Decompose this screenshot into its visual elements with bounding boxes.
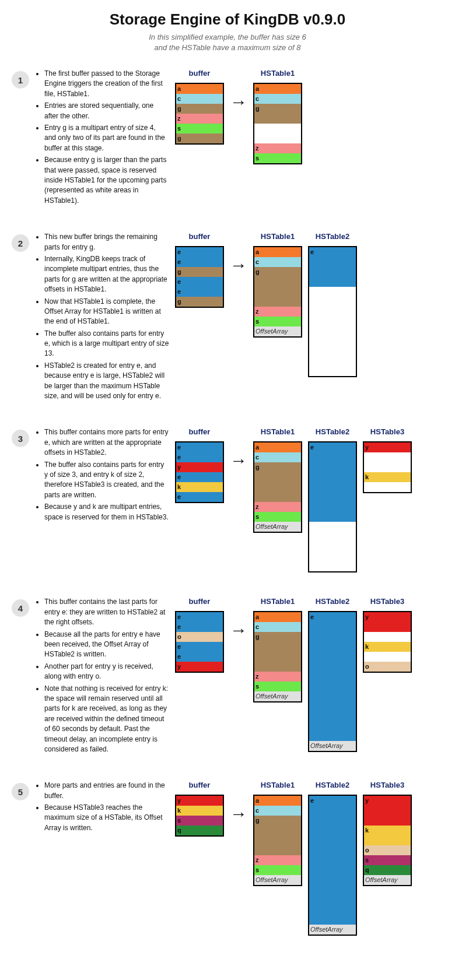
table-row xyxy=(309,845,356,855)
table-row: q xyxy=(176,826,223,835)
table-row xyxy=(309,865,356,875)
step-text: More parts and entries are found in the … xyxy=(35,781,169,835)
table-row: g xyxy=(254,816,301,826)
table-row xyxy=(309,297,356,307)
buffer-label: buffer xyxy=(189,597,211,606)
step-text: This new buffer brings the remaining par… xyxy=(35,232,169,403)
table-row: OffsetArray xyxy=(364,875,411,885)
table-row: g xyxy=(254,632,301,642)
table-row: z xyxy=(254,855,301,865)
table-row xyxy=(309,855,356,865)
table-row xyxy=(309,662,356,672)
bullet: This buffer contains more parts for entr… xyxy=(44,427,169,458)
table-row xyxy=(254,835,301,845)
hstable3-label: HSTable3 xyxy=(370,597,404,606)
table-row xyxy=(309,731,356,741)
table-row: e xyxy=(176,442,223,452)
table-row xyxy=(309,522,356,532)
buffer-column: bufferacgzsg xyxy=(175,69,224,145)
hstable1-label: HSTable1 xyxy=(261,781,295,790)
hstable2-label: HSTable2 xyxy=(316,232,349,241)
bullet: Note that nothing is received for entry … xyxy=(44,684,169,755)
table-row xyxy=(309,721,356,731)
table-row: g xyxy=(176,297,223,307)
hstable2-label: HSTable2 xyxy=(316,427,349,437)
table-row: k xyxy=(364,472,411,482)
table-row: s xyxy=(254,317,301,326)
diagram: buffereeyeke→HSTable1acgzsOffsetArrayHST… xyxy=(175,427,412,572)
bullet: The buffer also contains parts for entry… xyxy=(44,329,169,359)
table-row xyxy=(309,652,356,662)
table-row xyxy=(309,277,356,287)
table-row: a xyxy=(254,796,301,806)
bullet: Now that HSTable1 is complete, the Offse… xyxy=(44,297,169,327)
table-row: OffsetArray xyxy=(309,925,356,935)
table-row: e xyxy=(176,472,223,482)
table-row: a xyxy=(254,612,301,622)
step-text: This buffer contains more parts for entr… xyxy=(35,427,169,524)
table-row: g xyxy=(254,104,301,114)
table-row xyxy=(254,492,301,502)
hstable1-table: acgzsOffsetArray xyxy=(253,246,302,338)
table-row xyxy=(254,662,301,672)
table-row: z xyxy=(254,143,301,153)
diagram: bufferacgzsg→HSTable1acgzs xyxy=(175,69,302,164)
table-row: e xyxy=(309,612,356,622)
table-row: q xyxy=(364,865,411,875)
table-row: s xyxy=(176,124,223,134)
buffer-column: buffereeyeke xyxy=(175,427,224,503)
buffer-table: yksq xyxy=(175,795,224,837)
table-row: c xyxy=(176,94,223,104)
table-row: o xyxy=(176,632,223,642)
buffer-table: acgzsg xyxy=(175,83,224,145)
table-row xyxy=(309,326,356,336)
hstable2-table: eOffsetArray xyxy=(308,795,357,936)
table-row xyxy=(309,682,356,691)
subtitle-line2: and the HSTable have a maximum size of 8 xyxy=(155,43,301,52)
table-row xyxy=(309,257,356,267)
buffer-label: buffer xyxy=(189,427,211,437)
hstable1-label: HSTable1 xyxy=(261,232,295,241)
table-row xyxy=(309,552,356,561)
subtitle-line1: In this simplified example, the buffer h… xyxy=(149,33,306,41)
table-row xyxy=(364,632,411,642)
table-row xyxy=(309,532,356,542)
table-row xyxy=(309,835,356,845)
table-row xyxy=(254,482,301,492)
buffer-label: buffer xyxy=(189,781,211,790)
hstable1-table: acgzsOffsetArray xyxy=(253,795,302,886)
table-row: e xyxy=(176,492,223,502)
table-row: k xyxy=(176,806,223,816)
table-row: c xyxy=(254,806,301,816)
table-row: e xyxy=(176,622,223,632)
arrow-icon: → xyxy=(230,93,247,111)
arrow-icon: → xyxy=(230,621,247,639)
table-row: y xyxy=(176,462,223,472)
table-row xyxy=(309,905,356,915)
hstable2-column: HSTable2eOffsetArray xyxy=(308,781,357,936)
table-row xyxy=(254,652,301,662)
table-row xyxy=(309,701,356,711)
hstable2-table: e xyxy=(308,246,357,377)
table-row: c xyxy=(254,257,301,267)
bullet: Another part for entry y is received, al… xyxy=(44,662,169,682)
table-row: a xyxy=(254,84,301,94)
hstable1-label: HSTable1 xyxy=(261,69,295,78)
bullet: Because HSTable3 reaches the maximum siz… xyxy=(44,803,169,833)
table-row xyxy=(254,297,301,307)
hstable3-column: HSTable3yko xyxy=(363,597,412,673)
diagram: bufferyksq→HSTable1acgzsOffsetArrayHSTab… xyxy=(175,781,412,936)
hstable3-table: yk xyxy=(363,441,412,493)
table-row: y xyxy=(364,612,411,622)
bullet: The buffer also contains parts for entry… xyxy=(44,460,169,501)
table-row: s xyxy=(254,153,301,163)
hstable1-column: HSTable1acgzs xyxy=(253,69,302,164)
step-5: 5More parts and entries are found in the… xyxy=(12,781,443,936)
buffer-column: buffereeoeey xyxy=(175,597,224,673)
table-row: z xyxy=(254,672,301,682)
buffer-table: eegeeg xyxy=(175,246,224,308)
table-row xyxy=(364,652,411,662)
table-row: e xyxy=(176,287,223,297)
arrow-icon: → xyxy=(230,805,247,823)
table-row: s xyxy=(176,816,223,826)
